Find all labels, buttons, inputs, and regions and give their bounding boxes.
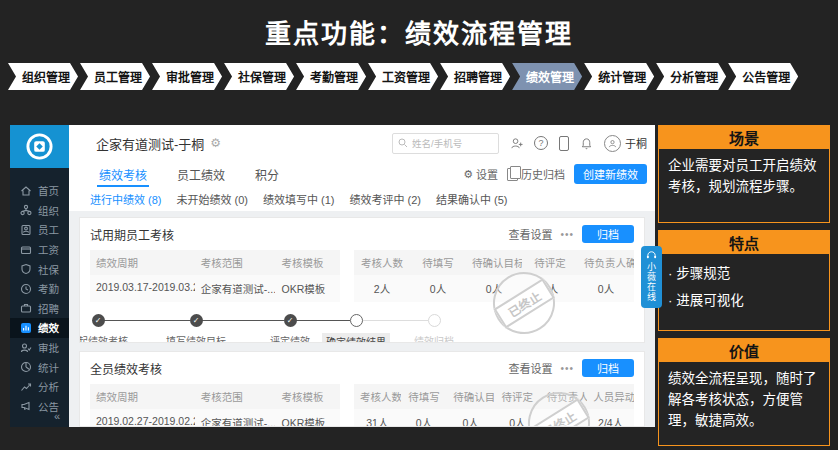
megaphone-icon — [20, 400, 32, 412]
shield-icon — [20, 263, 32, 275]
panel-section-body: 绩效全流程呈现，随时了解各考核状态，方便管理，敏捷高效。 — [658, 362, 830, 446]
step-current-icon — [350, 314, 363, 327]
briefcase-icon — [20, 302, 32, 314]
nav-tab-recruit[interactable]: 招聘管理 — [440, 63, 510, 90]
card-stats-table: 考核人数 待填写 待确认目标 待评定 待负责人... 人员异动 31人 0人 0… — [354, 384, 634, 427]
panel-section-scene: 场景 企业需要对员工开启绩效考核，规划流程步骤。 — [658, 125, 830, 223]
step-done-icon: ✓ — [284, 314, 297, 327]
archive-button[interactable]: 归档 — [582, 359, 634, 377]
step-done-icon: ✓ — [190, 314, 203, 327]
online-support-pill[interactable]: 小薇在线 — [641, 246, 662, 308]
org-icon — [20, 204, 32, 216]
gear-icon: ⚙ — [463, 168, 473, 181]
view-settings-link[interactable]: 查看设置 — [508, 226, 552, 242]
app-sidebar: 首页 组织 员工 工资 社保 考勤 — [10, 125, 69, 427]
nav-tab-approval[interactable]: 审批管理 — [152, 63, 222, 90]
tab-performance-review[interactable]: 绩效考核 — [99, 161, 147, 187]
tab-strip: 绩效考核 员工绩效 积分 ⚙ 设置 历史归档 创建新绩效 — [69, 161, 655, 188]
module-nav: 组织管理 员工管理 审批管理 社保管理 考勤管理 工资管理 招聘管理 绩效管理 … — [8, 63, 798, 90]
nav-tab-salary[interactable]: 工资管理 — [368, 63, 438, 90]
tab-employee-performance[interactable]: 员工绩效 — [177, 161, 225, 187]
panel-section-title: 场景 — [658, 125, 830, 149]
sidebar-item-home[interactable]: 首页 — [10, 181, 69, 201]
view-settings-link[interactable]: 查看设置 — [508, 360, 552, 376]
clock-icon — [20, 283, 32, 295]
workflow-steps: ✓ ✓ ✓ 发起绩效考核 填写绩效目标 评定绩效 确定绩效结果 绩效归档 — [90, 314, 634, 343]
nav-tab-statistics[interactable]: 统计管理 — [584, 63, 654, 90]
sidebar-item-employee[interactable]: 员工 — [10, 220, 69, 240]
sidebar-collapse-icon[interactable]: « — [54, 410, 60, 422]
app-header: 企家有道测试-于桐 ⚙ ? 于桐 — [69, 125, 655, 162]
sidebar-item-approval[interactable]: 审批 — [10, 338, 69, 358]
tab-points[interactable]: 积分 — [255, 161, 279, 187]
feature-bullet: 步骤规范 — [668, 264, 820, 285]
add-person-icon[interactable] — [510, 137, 523, 150]
panel-section-title: 价值 — [658, 338, 830, 362]
search-input[interactable] — [412, 138, 482, 149]
approval-icon — [20, 342, 32, 354]
sidebar-item-analysis[interactable]: 分析 — [10, 377, 69, 397]
gear-icon[interactable]: ⚙ — [210, 136, 221, 150]
nav-tab-announcement[interactable]: 公告管理 — [728, 63, 798, 90]
create-performance-button[interactable]: 创建新绩效 — [574, 164, 647, 184]
sidebar-item-statistics[interactable]: 统计 — [10, 357, 69, 377]
search-icon — [398, 138, 408, 148]
company-name: 企家有道测试-于桐 — [96, 134, 204, 153]
nav-tab-analysis[interactable]: 分析管理 — [656, 63, 726, 90]
home-icon — [20, 185, 32, 197]
card-list: 试用期员工考核 查看设置 ••• 归档 绩效周期 考核范围 考核模板 2019.… — [69, 211, 655, 427]
user-menu[interactable]: 于桐 — [604, 135, 647, 152]
sidebar-item-performance[interactable]: 绩效 — [10, 318, 69, 338]
more-icon[interactable]: ••• — [560, 363, 574, 374]
card-info-table: 绩效周期 考核范围 考核模板 2019.03.17-2019.03.25 企家有… — [90, 250, 340, 302]
feature-bullet: 进展可视化 — [668, 291, 820, 312]
panel-section-features: 特点 步骤规范 进展可视化 — [658, 230, 830, 331]
sidebar-item-salary[interactable]: 工资 — [10, 240, 69, 260]
nav-tab-org[interactable]: 组织管理 — [8, 63, 78, 90]
trend-icon — [20, 381, 32, 393]
salary-icon — [20, 244, 32, 256]
more-icon[interactable]: ••• — [560, 229, 574, 240]
user-name: 于桐 — [625, 135, 647, 151]
step-done-icon: ✓ — [92, 314, 105, 327]
settings-link[interactable]: ⚙ 设置 — [463, 166, 498, 182]
panel-section-body: 步骤规范 进展可视化 — [658, 254, 830, 331]
card-info-table: 绩效周期 考核范围 考核模板 2019.02.27-2019.02.28 企家有… — [90, 384, 340, 427]
archive-icon — [507, 168, 518, 181]
performance-card-probation: 试用期员工考核 查看设置 ••• 归档 绩效周期 考核范围 考核模板 2019.… — [79, 217, 645, 343]
bell-icon[interactable] — [580, 137, 593, 150]
sidebar-item-org[interactable]: 组织 — [10, 201, 69, 221]
nav-tab-social[interactable]: 社保管理 — [224, 63, 294, 90]
filter-confirming[interactable]: 结果确认中 (5) — [436, 191, 508, 207]
sidebar-item-social[interactable]: 社保 — [10, 259, 69, 279]
nav-tab-attendance[interactable]: 考勤管理 — [296, 63, 366, 90]
sidebar-item-announcement[interactable]: 公告 — [10, 397, 69, 417]
bar-chart-icon — [20, 322, 32, 334]
nav-tab-employee[interactable]: 员工管理 — [80, 63, 150, 90]
nav-tab-performance[interactable]: 绩效管理 — [512, 63, 582, 90]
sidebar-item-recruit[interactable]: 招聘 — [10, 299, 69, 319]
headset-icon — [646, 250, 657, 260]
archive-button[interactable]: 归档 — [582, 225, 634, 243]
mobile-icon[interactable] — [559, 136, 569, 151]
avatar — [604, 135, 621, 152]
sidebar-item-attendance[interactable]: 考勤 — [10, 279, 69, 299]
help-icon[interactable]: ? — [534, 136, 548, 150]
app-logo[interactable] — [10, 125, 69, 168]
panel-section-body: 企业需要对员工开启绩效考核，规划流程步骤。 — [658, 149, 830, 223]
info-panel: 场景 企业需要对员工开启绩效考核，规划流程步骤。 特点 步骤规范 进展可视化 价… — [658, 125, 830, 450]
card-title: 全员绩效考核 — [90, 360, 162, 377]
filter-not-started[interactable]: 未开始绩效 (0) — [177, 191, 249, 207]
panel-section-title: 特点 — [658, 230, 830, 254]
filter-filling[interactable]: 绩效填写中 (1) — [263, 191, 335, 207]
step-pending-icon — [428, 314, 441, 327]
performance-card-allstaff: 全员绩效考核 查看设置 ••• 归档 绩效周期 考核范围 考核模板 2019.0… — [79, 351, 645, 427]
filter-in-progress[interactable]: 进行中绩效 (8) — [90, 191, 162, 207]
filter-reviewing[interactable]: 绩效考评中 (2) — [350, 191, 422, 207]
search-box[interactable] — [392, 133, 499, 154]
employee-icon — [20, 224, 32, 236]
card-title: 试用期员工考核 — [90, 226, 174, 243]
status-filters: 进行中绩效 (8) 未开始绩效 (0) 绩效填写中 (1) 绩效考评中 (2) … — [69, 187, 655, 211]
history-archive-link[interactable]: 历史归档 — [507, 166, 565, 182]
online-support-label: 小薇在线 — [645, 262, 658, 302]
